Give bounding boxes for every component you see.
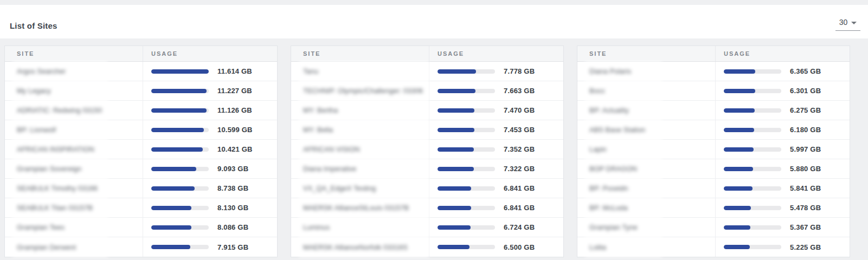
site-row[interactable]: Diana Imperative 7.322 GB <box>291 159 563 179</box>
site-row[interactable]: Diana Polaris 6.365 GB <box>577 62 850 81</box>
usage-cell: 11.126 GB <box>143 101 277 120</box>
blurred-site-name: TECHNIP: Olympic/Challenger: 03306 <box>299 81 429 100</box>
site-name-cell: AFRICAN VISION <box>291 140 429 159</box>
usage-bar-fill <box>724 128 754 132</box>
site-row[interactable]: Luminus 6.724 GB <box>291 218 563 237</box>
usage-cell: 6.500 GB <box>429 237 563 257</box>
site-name-cell: SEABULK Timothy 03166 <box>5 179 143 198</box>
blurred-site-name: Grampian Tees <box>12 218 108 237</box>
site-name-cell: MY: Bella <box>291 120 429 139</box>
column-header-usage: USAGE <box>143 46 277 61</box>
site-row[interactable]: Grampian Derwent 7.915 GB <box>5 237 277 257</box>
usage-bar-track <box>724 245 781 249</box>
site-row[interactable]: Grampian Sovereign 9.093 GB <box>5 159 277 179</box>
site-row[interactable]: BP: Actuality 6.275 GB <box>577 101 850 120</box>
usage-bar-track <box>724 89 781 93</box>
usage-value: 6.365 GB <box>790 67 821 75</box>
site-row[interactable]: BOP DRAGON 5.880 GB <box>577 159 850 179</box>
site-row[interactable]: ABS Base Station 6.180 GB <box>577 120 850 140</box>
site-name-text: Diana Imperative <box>303 165 356 173</box>
usage-cell: 5.225 GB <box>715 237 850 257</box>
blurred-site-name: MAERSK AllianceStLouis 03157B <box>299 198 429 217</box>
site-row[interactable]: Grampian Tyne 5.367 GB <box>577 218 850 237</box>
usage-value: 9.093 GB <box>217 165 248 173</box>
site-row[interactable]: BP: Poseidn 5.841 GB <box>577 179 850 198</box>
usage-value: 7.322 GB <box>504 165 535 173</box>
usage-bar-fill <box>151 167 196 171</box>
blurred-site-name: Grampian Sovereign <box>12 159 108 178</box>
usage-bar-track <box>724 186 781 191</box>
site-name-text: AFRICAN INSPIRATION <box>17 145 94 153</box>
site-name-text: TECHNIP: Olympic/Challenger: 03306 <box>303 87 423 95</box>
usage-bar-fill <box>724 225 750 230</box>
usage-value: 8.086 GB <box>217 223 248 231</box>
site-row[interactable]: Grampian Tees 8.086 GB <box>5 218 277 237</box>
usage-cell: 5.880 GB <box>715 159 850 178</box>
site-row[interactable]: ADRIATIC: Redwing 03150 11.126 GB <box>5 101 277 120</box>
blurred-site-name: BP: McLoda <box>585 198 662 217</box>
site-row[interactable]: VX_QA_EdgeX Testing 6.841 GB <box>291 179 563 198</box>
usage-bar-track <box>438 108 495 113</box>
site-name-cell: BP: Lionwolf <box>5 120 143 139</box>
blurred-site-name: BOP DRAGON <box>585 159 662 178</box>
site-name-text: Grampian Tyne <box>589 223 638 231</box>
site-name-text: BP: Actuality <box>589 106 629 114</box>
usage-value: 11.614 GB <box>217 67 252 75</box>
usage-cell: 7.778 GB <box>429 62 563 81</box>
site-name-cell: SEABULK Titan 03157B <box>5 198 143 217</box>
site-row[interactable]: Tanu 7.778 GB <box>291 62 563 81</box>
usage-bar-fill <box>151 186 195 191</box>
usage-value: 7.915 GB <box>217 243 248 251</box>
blurred-site-name: Bocc <box>585 81 662 100</box>
page-size-value: 30 <box>839 18 848 27</box>
tables-row: SITE USAGE Argos Searcher 11.614 GB My L… <box>4 46 850 257</box>
usage-value: 10.599 GB <box>217 126 253 134</box>
usage-value: 5.841 GB <box>790 184 821 192</box>
usage-bar-track <box>438 225 495 230</box>
page-size-dropdown[interactable]: 30 <box>835 18 860 31</box>
site-name-text: Lapin <box>589 145 607 153</box>
usage-bar-fill <box>151 69 209 74</box>
usage-cell: 8.086 GB <box>143 218 277 237</box>
site-name-text: SEABULK Timothy 03166 <box>17 184 98 192</box>
site-row[interactable]: MY: Bella 7.453 GB <box>291 120 563 140</box>
site-row[interactable]: MY: Bertha 7.470 GB <box>291 101 563 120</box>
column-header-usage: USAGE <box>429 46 563 61</box>
site-row[interactable]: BP: McLoda 5.478 GB <box>577 198 850 218</box>
column-header-site: SITE <box>291 46 429 61</box>
usage-cell: 11.227 GB <box>143 81 277 100</box>
site-name-text: AFRICAN VISION <box>303 145 360 153</box>
usage-value: 5.367 GB <box>790 223 821 231</box>
site-row[interactable]: Lolita 5.225 GB <box>577 237 850 257</box>
usage-bar-track <box>151 89 209 93</box>
site-row[interactable]: MAERSK AllianceNorfolk 03316S 6.500 GB <box>291 237 563 257</box>
site-row[interactable]: MAERSK AllianceStLouis 03157B 6.841 GB <box>291 198 563 218</box>
usage-bar-track <box>438 147 495 152</box>
usage-bar-track <box>151 167 209 171</box>
site-row[interactable]: TECHNIP: Olympic/Challenger: 03306 7.663… <box>291 81 563 101</box>
sites-table-3: SITE USAGE Diana Polaris 6.365 GB Bocc <box>577 46 850 257</box>
site-name-cell: BP: Actuality <box>577 101 715 120</box>
site-row[interactable]: AFRICAN VISION 7.352 GB <box>291 140 563 159</box>
site-name-text: BP: Poseidn <box>589 184 628 192</box>
usage-bar-fill <box>151 108 207 113</box>
site-row[interactable]: SEABULK Titan 03157B 8.130 GB <box>5 198 277 218</box>
site-name-cell: Grampian Derwent <box>5 237 143 257</box>
site-name-text: Grampian Sovereign <box>17 165 81 173</box>
site-row[interactable]: Lapin 5.997 GB <box>577 140 850 159</box>
site-row[interactable]: AFRICAN INSPIRATION 10.421 GB <box>5 140 277 159</box>
usage-bar-track <box>151 225 209 230</box>
site-row[interactable]: SEABULK Timothy 03166 8.738 GB <box>5 179 277 198</box>
blurred-site-name: BP: Lionwolf <box>12 120 108 139</box>
site-row[interactable]: My Legacy 11.227 GB <box>5 81 277 101</box>
site-row[interactable]: Bocc 6.301 GB <box>577 81 850 101</box>
usage-bar-track <box>724 147 781 152</box>
usage-cell: 6.365 GB <box>715 62 850 81</box>
blurred-site-name: BP: Actuality <box>585 101 662 120</box>
table-header: SITE USAGE <box>577 46 850 62</box>
usage-bar-track <box>438 69 495 74</box>
site-row[interactable]: Argos Searcher 11.614 GB <box>5 62 277 81</box>
usage-bar-fill <box>438 89 475 93</box>
usage-bar-track <box>151 245 209 249</box>
site-row[interactable]: BP: Lionwolf 10.599 GB <box>5 120 277 140</box>
